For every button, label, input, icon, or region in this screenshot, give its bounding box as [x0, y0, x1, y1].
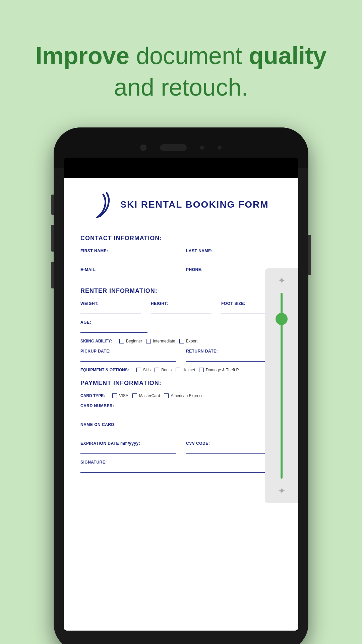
helmet-label: Helmet: [182, 368, 195, 372]
signature-line[interactable]: [80, 466, 282, 473]
first-name-field: FIRST NAME:: [80, 249, 176, 261]
name-on-card-row: NAME ON CARD:: [80, 422, 282, 435]
age-row: AGE:: [80, 320, 282, 333]
beginner-checkbox[interactable]: [119, 339, 124, 343]
intermediate-option[interactable]: Intermediate: [146, 339, 175, 343]
age-field: AGE:: [80, 320, 147, 333]
first-name-label: FIRST NAME:: [80, 249, 176, 253]
last-name-field: LAST NAME:: [186, 249, 282, 261]
card-type-label: CARD TYPE:: [80, 393, 105, 398]
speaker-grille: [160, 144, 187, 151]
first-name-line[interactable]: [80, 255, 176, 261]
brightness-slider-panel: ✦ ✦: [265, 268, 298, 503]
amex-checkbox[interactable]: [164, 393, 169, 398]
exp-date-field: EXPIRATION DATE mm/yyyy:: [80, 441, 176, 454]
measurements-row: WEIGHT: HEIGHT: FOOT SIZE:: [80, 301, 282, 314]
helmet-option[interactable]: Helmet: [176, 368, 195, 372]
phone-mockup: SKI RENTAL BOOKING FORM CONTACT INFORMAT…: [54, 127, 308, 644]
form-header: SKI RENTAL BOOKING FORM: [80, 191, 282, 218]
screen-content: SKI RENTAL BOOKING FORM CONTACT INFORMAT…: [64, 178, 298, 631]
email-line[interactable]: [80, 273, 176, 280]
payment-section: PAYMENT INFORMATION: CARD TYPE: VISA Mas…: [80, 380, 282, 473]
age-label: AGE:: [80, 320, 147, 325]
mastercard-checkbox[interactable]: [132, 393, 137, 398]
header-section: Improve document quality and retouch.: [0, 0, 362, 123]
height-field: HEIGHT:: [151, 301, 211, 314]
expert-checkbox[interactable]: [179, 339, 184, 343]
boots-label: Boots: [161, 368, 172, 372]
form-title: SKI RENTAL BOOKING FORM: [120, 199, 268, 210]
ski-logo-icon: [93, 191, 113, 218]
phone-outer: SKI RENTAL BOOKING FORM CONTACT INFORMAT…: [54, 127, 308, 644]
beginner-option[interactable]: Beginner: [119, 339, 142, 343]
name-on-card-label: NAME ON CARD:: [80, 422, 282, 427]
skiing-ability-row: SKIING ABILITY: Beginner Intermediate: [80, 339, 282, 343]
expert-label: Expert: [186, 339, 198, 343]
header-quality: quality: [249, 42, 326, 69]
sensor2-icon: [218, 146, 222, 150]
sensor-icon: [200, 146, 204, 150]
card-type-row: CARD TYPE: VISA MasterCard: [80, 393, 282, 398]
form-document: SKI RENTAL BOOKING FORM CONTACT INFORMAT…: [64, 178, 298, 631]
contact-section-header: CONTACT INFORMATION:: [80, 235, 282, 242]
header-improve: Improve: [36, 42, 129, 69]
equipment-row: EQUIPMENT & OPTIONS: Skis Boots: [80, 368, 282, 372]
renter-section: RENTER INFORMATION: WEIGHT: HEIGHT:: [80, 287, 282, 372]
renter-section-header: RENTER INFORMATION:: [80, 287, 282, 294]
contact-row: E-MAIL: PHONE:: [80, 267, 282, 280]
last-name-line[interactable]: [186, 255, 282, 261]
boots-option[interactable]: Boots: [155, 368, 172, 372]
email-label: E-MAIL:: [80, 267, 176, 272]
pickup-date-line[interactable]: [80, 355, 176, 362]
card-number-label: CARD NUMBER:: [80, 404, 282, 408]
intermediate-label: Intermediate: [153, 339, 175, 343]
helmet-checkbox[interactable]: [176, 368, 180, 372]
email-field: E-MAIL:: [80, 267, 176, 280]
visa-label: VISA: [119, 393, 128, 398]
brightness-low-icon: ✦: [278, 485, 286, 496]
boots-checkbox[interactable]: [155, 368, 159, 372]
card-number-line[interactable]: [80, 410, 282, 416]
skis-option[interactable]: Skis: [136, 368, 151, 372]
intermediate-checkbox[interactable]: [146, 339, 151, 343]
volume-mute-button[interactable]: [51, 195, 54, 215]
damage-theft-option[interactable]: Damage & Theft P...: [199, 368, 242, 372]
damage-theft-label: Damage & Theft P...: [206, 368, 242, 372]
exp-date-label: EXPIRATION DATE mm/yyyy:: [80, 441, 176, 446]
volume-down-button[interactable]: [51, 262, 54, 288]
visa-option[interactable]: VISA: [112, 393, 128, 398]
name-on-card-field: NAME ON CARD:: [80, 422, 282, 435]
weight-field: WEIGHT:: [80, 301, 141, 314]
age-line[interactable]: [80, 326, 147, 333]
payment-section-header: PAYMENT INFORMATION:: [80, 380, 282, 387]
height-line[interactable]: [151, 307, 211, 314]
slider-track[interactable]: [281, 293, 283, 479]
damage-theft-checkbox[interactable]: [199, 368, 204, 372]
name-row: FIRST NAME: LAST NAME:: [80, 249, 282, 261]
card-number-row: CARD NUMBER:: [80, 404, 282, 416]
power-button[interactable]: [308, 235, 311, 275]
slider-thumb[interactable]: [276, 313, 288, 325]
dates-row: PICKUP DATE: RETURN DATE:: [80, 349, 282, 362]
expert-option[interactable]: Expert: [179, 339, 198, 343]
volume-up-button[interactable]: [51, 225, 54, 252]
header-line2: and retouch.: [114, 74, 248, 101]
signature-field: SIGNATURE:: [80, 460, 282, 473]
contact-section: CONTACT INFORMATION: FIRST NAME: LAST NA…: [80, 235, 282, 280]
equipment-label: EQUIPMENT & OPTIONS:: [80, 368, 129, 372]
weight-line[interactable]: [80, 307, 141, 314]
mastercard-label: MasterCard: [139, 393, 160, 398]
mastercard-option[interactable]: MasterCard: [132, 393, 160, 398]
skis-checkbox[interactable]: [136, 368, 141, 372]
exp-date-line[interactable]: [80, 447, 176, 454]
phone-screen: SKI RENTAL BOOKING FORM CONTACT INFORMAT…: [64, 158, 298, 631]
signature-label: SIGNATURE:: [80, 460, 282, 465]
signature-row: SIGNATURE:: [80, 460, 282, 473]
skiing-ability-label: SKIING ABILITY:: [80, 339, 112, 343]
weight-label: WEIGHT:: [80, 301, 141, 306]
beginner-label: Beginner: [126, 339, 142, 343]
visa-checkbox[interactable]: [112, 393, 117, 398]
amex-option[interactable]: American Express: [164, 393, 203, 398]
name-on-card-line[interactable]: [80, 428, 282, 435]
expiry-row: EXPIRATION DATE mm/yyyy: CVV CODE:: [80, 441, 282, 454]
